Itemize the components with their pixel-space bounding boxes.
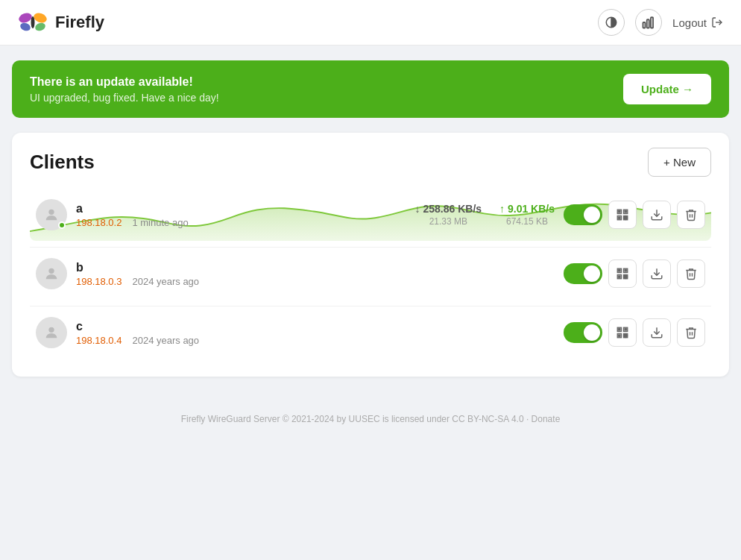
logout-button[interactable]: Logout bbox=[672, 16, 723, 29]
client-row-wrap-c: c 198.18.0.4 2024 years ago bbox=[30, 306, 711, 359]
footer-text: Firefly WireGuard Server © 2021-2024 by … bbox=[181, 414, 561, 424]
update-banner: There is an update available! UI upgrade… bbox=[12, 60, 729, 118]
logout-label: Logout bbox=[672, 16, 707, 29]
qr-icon-b bbox=[616, 267, 629, 280]
svg-point-4 bbox=[31, 16, 35, 28]
header: Firefly Logout bbox=[0, 0, 741, 45]
delete-button-c[interactable] bbox=[677, 318, 705, 347]
delete-button-a[interactable] bbox=[677, 201, 705, 229]
avatar-c bbox=[36, 317, 67, 348]
header-actions: Logout bbox=[598, 9, 723, 36]
svg-rect-39 bbox=[619, 329, 620, 330]
client-info-a: a 198.18.0.2 1 minute ago bbox=[76, 202, 406, 228]
svg-rect-6 bbox=[643, 22, 646, 28]
client-ip-b: 198.18.0.3 bbox=[76, 276, 122, 287]
avatar-a bbox=[36, 199, 67, 230]
contrast-icon bbox=[605, 16, 618, 29]
qr-button-c[interactable] bbox=[608, 318, 637, 347]
svg-rect-30 bbox=[624, 275, 625, 277]
download-total-a: 21.33 MB bbox=[415, 216, 482, 227]
svg-rect-29 bbox=[619, 276, 620, 277]
online-indicator bbox=[58, 221, 66, 229]
trash-icon bbox=[684, 208, 698, 221]
svg-point-1 bbox=[19, 22, 32, 32]
update-subtitle: UI upgraded, bug fixed. Have a nice day! bbox=[30, 92, 219, 104]
client-meta-b: 198.18.0.3 2024 years ago bbox=[76, 276, 555, 287]
client-row-wrap-b: b 198.18.0.3 2024 years ago bbox=[30, 248, 711, 300]
svg-rect-32 bbox=[624, 277, 625, 279]
svg-point-0 bbox=[18, 11, 34, 24]
download-item-a: ↓ 258.86 KB/s 21.33 MB bbox=[415, 203, 482, 227]
down-arrow-icon: ↓ bbox=[415, 203, 420, 215]
client-ip-a: 198.18.0.2 bbox=[76, 217, 122, 228]
user-icon bbox=[43, 207, 60, 223]
download-icon-c bbox=[650, 326, 663, 339]
download-config-button-c[interactable] bbox=[643, 318, 671, 347]
client-actions-a bbox=[564, 201, 705, 229]
client-time-a: 1 minute ago bbox=[132, 217, 188, 228]
client-row-b: b 198.18.0.3 2024 years ago bbox=[30, 248, 711, 300]
footer: Firefly WireGuard Server © 2021-2024 by … bbox=[0, 399, 741, 439]
svg-rect-31 bbox=[626, 275, 628, 277]
svg-point-2 bbox=[32, 11, 48, 24]
chart-icon bbox=[642, 16, 655, 29]
client-name-a: a bbox=[76, 202, 406, 215]
main-content: There is an update available! UI upgrade… bbox=[0, 45, 741, 391]
svg-rect-14 bbox=[619, 211, 620, 213]
svg-rect-42 bbox=[624, 334, 625, 336]
user-icon-b bbox=[43, 265, 60, 282]
svg-rect-21 bbox=[626, 218, 628, 220]
download-icon-b bbox=[650, 267, 663, 280]
logout-icon bbox=[711, 16, 723, 28]
upload-total-a: 674.15 KB bbox=[499, 216, 555, 227]
client-meta-c: 198.18.0.4 2024 years ago bbox=[76, 335, 555, 346]
qr-button-a[interactable] bbox=[608, 201, 637, 229]
svg-rect-33 bbox=[626, 277, 628, 279]
client-time-b: 2024 years ago bbox=[132, 276, 199, 287]
svg-rect-20 bbox=[624, 218, 625, 220]
svg-rect-15 bbox=[625, 211, 626, 213]
svg-point-23 bbox=[48, 268, 54, 274]
stats-button[interactable] bbox=[635, 9, 662, 36]
traffic-info-a: ↓ 258.86 KB/s 21.33 MB ↑ 9.01 KB/s 674.1… bbox=[415, 203, 555, 227]
enable-toggle-b[interactable] bbox=[564, 263, 602, 284]
enable-toggle-a[interactable] bbox=[564, 204, 602, 225]
clients-card: Clients + New bbox=[12, 133, 729, 377]
svg-rect-19 bbox=[626, 216, 628, 218]
svg-rect-41 bbox=[619, 335, 620, 336]
logo-text: Firefly bbox=[55, 13, 104, 32]
download-config-button-a[interactable] bbox=[643, 201, 671, 229]
theme-toggle-button[interactable] bbox=[598, 9, 625, 36]
svg-point-3 bbox=[34, 22, 47, 32]
qr-icon bbox=[616, 208, 629, 221]
logo-icon bbox=[18, 7, 48, 37]
svg-rect-43 bbox=[626, 334, 628, 336]
client-row: a 198.18.0.2 1 minute ago ↓ 258.86 KB/s … bbox=[30, 189, 711, 241]
client-meta-a: 198.18.0.2 1 minute ago bbox=[76, 217, 406, 228]
update-button[interactable]: Update → bbox=[623, 74, 711, 104]
trash-icon-b bbox=[684, 267, 698, 280]
client-time-c: 2024 years ago bbox=[132, 335, 199, 346]
svg-rect-44 bbox=[624, 336, 625, 338]
delete-button-b[interactable] bbox=[677, 259, 705, 288]
qr-icon-c bbox=[616, 326, 629, 339]
qr-button-b[interactable] bbox=[608, 259, 637, 288]
svg-rect-8 bbox=[651, 17, 653, 28]
client-actions-b bbox=[564, 259, 705, 288]
upload-speed-a: ↑ 9.01 KB/s bbox=[499, 203, 555, 215]
svg-rect-28 bbox=[625, 270, 626, 271]
user-icon-c bbox=[43, 324, 60, 341]
update-title: There is an update available! bbox=[30, 75, 219, 89]
update-text: There is an update available! UI upgrade… bbox=[30, 75, 219, 104]
new-client-button[interactable]: + New bbox=[648, 148, 711, 177]
svg-rect-7 bbox=[647, 19, 649, 28]
client-row-c: c 198.18.0.4 2024 years ago bbox=[30, 306, 711, 359]
svg-point-10 bbox=[48, 210, 54, 215]
svg-rect-16 bbox=[619, 217, 620, 218]
up-arrow-icon: ↑ bbox=[499, 203, 505, 215]
svg-rect-27 bbox=[619, 270, 620, 271]
clients-title: Clients bbox=[30, 151, 95, 174]
enable-toggle-c[interactable] bbox=[564, 322, 602, 343]
download-config-button-b[interactable] bbox=[643, 259, 671, 288]
svg-rect-40 bbox=[625, 329, 626, 330]
